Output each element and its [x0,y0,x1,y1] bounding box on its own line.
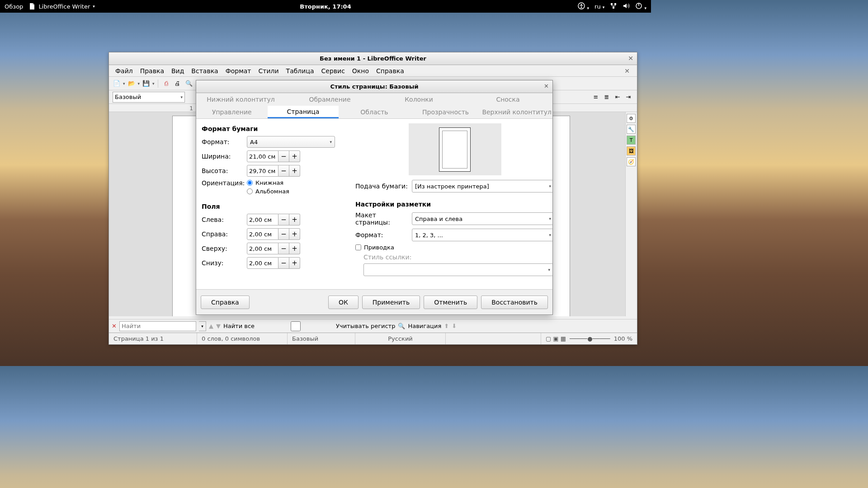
width-label: Ширина: [202,153,247,160]
portrait-radio[interactable]: Книжная [247,179,289,186]
menu-edit[interactable]: Правка [137,66,168,76]
menu-table[interactable]: Таблица [283,66,318,76]
zoom-slider[interactable]: ─────●───── [570,335,610,342]
menu-styles[interactable]: Стили [255,66,283,76]
margin-right-plus[interactable]: + [289,228,300,240]
sidebar-gallery-icon[interactable]: 🖼 [627,146,636,155]
margin-left-input[interactable] [247,214,278,225]
sidebar-navigator-icon[interactable]: 🧭 [627,157,636,166]
reset-button[interactable]: Восстановить [481,296,548,309]
find-all-button[interactable]: Найти все [223,323,255,329]
menu-insert[interactable]: Вставка [188,66,222,76]
svg-rect-2 [611,3,613,5]
cancel-button[interactable]: Отменить [424,296,477,309]
menu-file[interactable]: Файл [112,66,137,76]
list-icon[interactable]: ≡ [591,92,601,102]
margins-title: Поля [202,203,346,210]
sidebar-properties-icon[interactable]: 🔧 [627,125,636,134]
paragraph-style-select[interactable]: Базовый▾ [113,92,185,103]
margin-right-input[interactable] [247,228,278,240]
network-icon[interactable] [610,2,617,11]
ref-style-label: Стиль ссылки: [363,253,420,261]
accessibility-icon[interactable]: ▾ [578,2,589,11]
apply-button[interactable]: Применить [362,296,420,309]
match-case-checkbox[interactable]: Учитывать регистр [257,321,395,331]
tab-manage[interactable]: Управление [196,106,268,118]
window-close-button[interactable]: ✕ [628,55,633,62]
tab-header[interactable]: Верхний колонтитул [481,106,552,118]
sidebar-settings-icon[interactable]: ⚙ [627,114,636,123]
tab-footer[interactable]: Нижний колонтитул [196,93,285,106]
menu-format[interactable]: Формат [222,66,255,76]
status-bar: Страница 1 из 1 0 слов, 0 символов Базов… [109,333,637,344]
app-menu[interactable]: LibreOffice Writer ▾ [28,3,94,10]
height-input[interactable] [247,165,278,177]
volume-icon[interactable] [623,2,630,11]
activities-button[interactable]: Обзор [5,3,23,10]
margin-left-plus[interactable]: + [289,214,300,225]
height-plus[interactable]: + [289,165,300,177]
tab-footnote[interactable]: Сноска [463,93,552,106]
ok-button[interactable]: ОК [328,296,359,309]
sidebar-styles-icon[interactable]: T [627,136,636,145]
width-minus[interactable]: − [278,150,289,162]
landscape-radio[interactable]: Альбомная [247,188,289,195]
status-lang[interactable]: Русский [355,333,446,344]
margin-top-plus[interactable]: + [289,243,300,254]
tab-area[interactable]: Область [339,106,410,118]
margin-top-input[interactable] [247,243,278,254]
new-doc-icon[interactable]: 📄 [112,79,122,89]
paper-format-select[interactable]: A4▾ [247,136,335,148]
margin-bottom-plus[interactable]: + [289,257,300,269]
tab-page[interactable]: Страница [268,106,339,118]
clock[interactable]: Вторник, 17:04 [300,3,351,10]
paper-tray-select[interactable]: [Из настроек принтера]▾ [412,180,552,192]
nav-up-icon[interactable]: ⬆ [444,323,449,329]
find-prev-icon[interactable]: ▲ [209,323,213,329]
numbered-list-icon[interactable]: ≣ [602,92,612,102]
menu-help[interactable]: Справка [373,66,408,76]
status-page[interactable]: Страница 1 из 1 [109,333,197,344]
menu-service[interactable]: Сервис [318,66,349,76]
pdf-export-icon[interactable]: ⎙ [161,79,171,89]
find-next-icon[interactable]: ▼ [216,323,221,329]
decrease-indent-icon[interactable]: ⇤ [613,92,623,102]
find-input[interactable] [119,321,196,331]
menu-view[interactable]: Вид [168,66,188,76]
dialog-titlebar[interactable]: Стиль страницы: Базовый ✕ [196,80,552,93]
margin-top-minus[interactable]: − [278,243,289,254]
increase-indent-icon[interactable]: ⇥ [623,92,633,102]
open-icon[interactable]: 📂 [127,79,137,89]
dialog-close-button[interactable]: ✕ [544,83,549,89]
menu-window[interactable]: Окно [349,66,373,76]
register-true-checkbox[interactable]: Приводка [355,244,552,251]
height-minus[interactable]: − [278,165,289,177]
document-close-button[interactable]: ✕ [621,66,633,76]
number-format-select[interactable]: 1, 2, 3, ...▾ [412,229,552,241]
status-words[interactable]: 0 слов, 0 символов [197,333,288,344]
width-input[interactable] [247,150,278,162]
page-layout-select[interactable]: Справа и слева▾ [412,212,552,225]
help-button[interactable]: Справка [201,296,250,309]
nav-down-icon[interactable]: ⬇ [452,323,457,329]
margin-bottom-input[interactable] [247,257,278,269]
window-titlebar[interactable]: Без имени 1 - LibreOffice Writer ✕ [109,52,637,65]
zoom-value[interactable]: 100 % [614,335,632,342]
margin-bottom-minus[interactable]: − [278,257,289,269]
margin-right-minus[interactable]: − [278,228,289,240]
view-layout-icons[interactable]: ▢ ▣ ▦ [546,335,566,342]
status-style[interactable]: Базовый [288,333,355,344]
tab-transparency[interactable]: Прозрачность [410,106,481,118]
tab-columns[interactable]: Колонки [374,93,463,106]
find-history-dropdown[interactable]: ▾ [199,321,206,331]
nav-icon[interactable]: 🔍 [398,323,405,329]
width-plus[interactable]: + [289,150,300,162]
print-icon[interactable]: 🖨 [173,79,183,89]
close-findbar-icon[interactable]: ✕ [112,323,117,329]
save-icon[interactable]: 💾 [141,79,151,89]
tab-border[interactable]: Обрамление [285,93,374,106]
print-preview-icon[interactable]: 🔍 [184,79,194,89]
margin-left-minus[interactable]: − [278,214,289,225]
power-icon[interactable]: ▾ [635,2,646,11]
keyboard-layout[interactable]: ru ▾ [594,3,604,10]
